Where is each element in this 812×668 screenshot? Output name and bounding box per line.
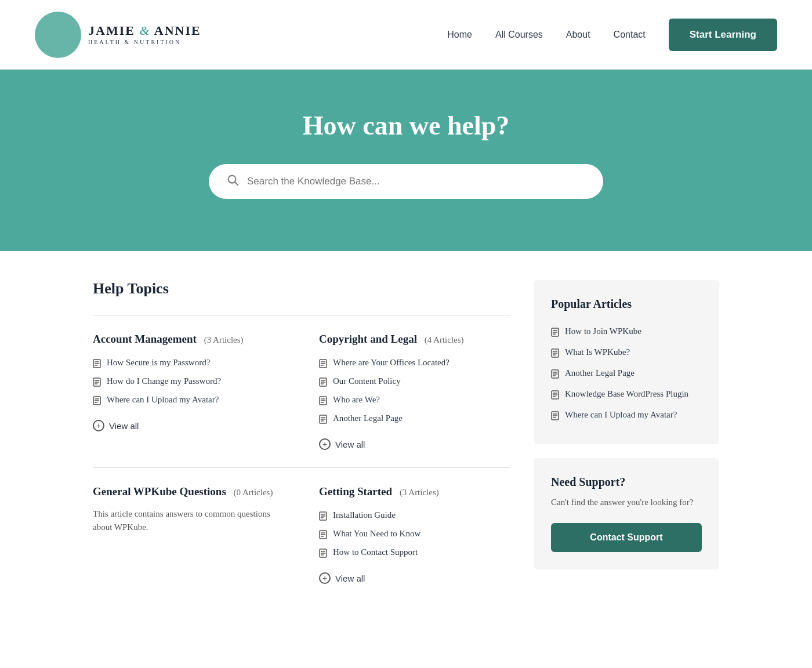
- article-item[interactable]: Who are We?: [319, 392, 493, 411]
- doc-icon: [319, 396, 327, 408]
- plus-icon: +: [93, 420, 104, 431]
- article-item[interactable]: Our Content Policy: [319, 373, 493, 392]
- search-icon: [226, 173, 239, 190]
- popular-item[interactable]: What Is WPKube?: [551, 343, 702, 364]
- doc-icon: [319, 511, 327, 523]
- need-support-card: Need Support? Can't find the answer you'…: [534, 458, 719, 569]
- topic-account-management: Account Management (3 Articles) How Secu…: [93, 315, 302, 467]
- topic-getting-started: Getting Started (3 Articles) Installatio…: [302, 467, 510, 601]
- article-list-account: How Secure is my Password? How do I Chan…: [93, 355, 284, 411]
- svg-line-1: [235, 182, 238, 185]
- popular-articles-card: Popular Articles How to Join WPKube: [534, 280, 719, 444]
- doc-icon: [551, 411, 559, 423]
- search-input[interactable]: [247, 176, 586, 187]
- start-learning-button[interactable]: Start Learning: [669, 19, 777, 51]
- doc-icon: [551, 390, 559, 402]
- topic-desc-general: This article contains answers to common …: [93, 507, 284, 533]
- view-all-account[interactable]: + View all: [93, 420, 284, 431]
- view-all-getting-started[interactable]: + View all: [319, 572, 493, 584]
- view-all-legal[interactable]: + View all: [319, 438, 493, 450]
- topic-title-legal: Copyright and Legal (4 Articles): [319, 333, 493, 346]
- popular-item[interactable]: Knowledge Base WordPress Plugin: [551, 385, 702, 406]
- brand-sub: HEALTH & NUTRITION: [88, 39, 201, 46]
- popular-articles-title: Popular Articles: [551, 297, 702, 311]
- brand-name: JAMIE & ANNIE: [88, 23, 201, 38]
- logo-text: JAMIE & ANNIE HEALTH & NUTRITION: [88, 23, 201, 45]
- logo-circle: [35, 12, 81, 58]
- doc-icon: [319, 530, 327, 542]
- doc-icon: [319, 359, 327, 371]
- nav-about[interactable]: About: [566, 30, 590, 40]
- article-item[interactable]: Where can I Upload my Avatar?: [93, 392, 284, 411]
- plus-icon: +: [319, 438, 331, 450]
- main-nav: Home All Courses About Contact Start Lea…: [447, 19, 777, 51]
- hero-section: How can we help?: [0, 70, 812, 251]
- article-item[interactable]: Where are Your Offices Located?: [319, 355, 493, 373]
- nav-all-courses[interactable]: All Courses: [495, 30, 543, 40]
- article-item[interactable]: Another Legal Page: [319, 411, 493, 429]
- popular-item[interactable]: Where can I Upload my Avatar?: [551, 406, 702, 427]
- doc-icon: [551, 369, 559, 381]
- article-list-getting-started: Installation Guide What You Need to Know: [319, 507, 493, 563]
- popular-article-list: How to Join WPKube What Is WPKube?: [551, 322, 702, 427]
- doc-icon: [551, 348, 559, 360]
- topic-copyright-legal: Copyright and Legal (4 Articles) Where a…: [302, 315, 510, 467]
- doc-icon: [93, 377, 101, 389]
- help-topics-title: Help Topics: [93, 280, 510, 297]
- topic-general-wpkube: General WPKube Questions (0 Articles) Th…: [93, 467, 302, 601]
- topics-area: Help Topics Account Management (3 Articl…: [93, 280, 510, 601]
- logo: JAMIE & ANNIE HEALTH & NUTRITION: [35, 12, 201, 58]
- doc-icon: [551, 328, 559, 339]
- doc-icon: [93, 396, 101, 408]
- article-item[interactable]: What You Need to Know: [319, 526, 493, 544]
- article-item[interactable]: How do I Change my Password?: [93, 373, 284, 392]
- topics-grid: Account Management (3 Articles) How Secu…: [93, 315, 510, 601]
- header: JAMIE & ANNIE HEALTH & NUTRITION Home Al…: [0, 0, 812, 70]
- search-bar: [209, 164, 603, 199]
- support-title: Need Support?: [551, 475, 702, 489]
- article-item[interactable]: How to Contact Support: [319, 544, 493, 563]
- contact-support-button[interactable]: Contact Support: [551, 523, 702, 552]
- doc-icon: [319, 377, 327, 389]
- doc-icon: [319, 549, 327, 560]
- nav-home[interactable]: Home: [447, 30, 472, 40]
- topic-title-getting-started: Getting Started (3 Articles): [319, 485, 493, 498]
- topic-title-general: General WPKube Questions (0 Articles): [93, 485, 284, 498]
- popular-item[interactable]: Another Legal Page: [551, 364, 702, 385]
- popular-item[interactable]: How to Join WPKube: [551, 322, 702, 343]
- article-item[interactable]: Installation Guide: [319, 507, 493, 526]
- article-item[interactable]: How Secure is my Password?: [93, 355, 284, 373]
- nav-contact[interactable]: Contact: [614, 30, 646, 40]
- support-desc: Can't find the answer you're looking for…: [551, 496, 702, 509]
- doc-icon: [93, 359, 101, 371]
- plus-icon: +: [319, 572, 331, 584]
- main-content: Help Topics Account Management (3 Articl…: [58, 251, 754, 648]
- hero-heading: How can we help?: [35, 110, 777, 141]
- article-list-legal: Where are Your Offices Located? Our Cont…: [319, 355, 493, 429]
- sidebar: Popular Articles How to Join WPKube: [534, 280, 719, 601]
- doc-icon: [319, 415, 327, 426]
- topic-title-account: Account Management (3 Articles): [93, 333, 284, 346]
